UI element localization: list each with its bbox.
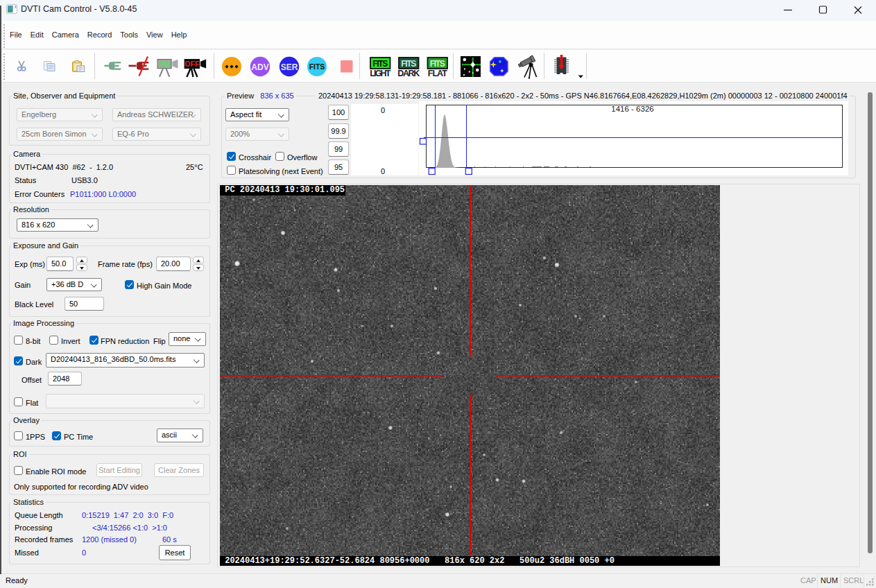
svg-text:SER: SER xyxy=(281,62,298,72)
svg-text:FITS: FITS xyxy=(372,59,388,69)
svg-text:DARK: DARK xyxy=(397,69,420,78)
svg-text:ON: ON xyxy=(158,60,170,68)
svg-text:OFF: OFF xyxy=(184,60,200,68)
svg-text:FLAT: FLAT xyxy=(428,69,447,78)
svg-text:FITS: FITS xyxy=(401,59,416,69)
svg-text:FITS: FITS xyxy=(309,62,325,71)
svg-text:ADV: ADV xyxy=(251,62,268,72)
svg-text:LIGHT: LIGHT xyxy=(370,69,390,78)
svg-text:1416 - 6326: 1416 - 6326 xyxy=(611,105,653,113)
svg-text:FITS: FITS xyxy=(430,59,445,69)
